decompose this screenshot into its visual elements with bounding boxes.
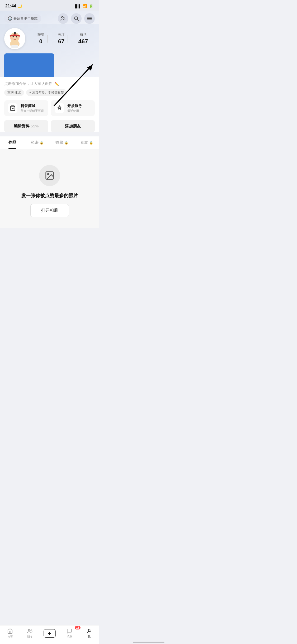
open-album-label: 打开相册	[41, 208, 58, 213]
avatar-image	[6, 29, 24, 48]
shop-service-name: 抖音商城	[21, 104, 44, 108]
stat-likes[interactable]: 获赞 0	[37, 32, 44, 45]
likes-lock-icon: 🔒	[89, 141, 93, 145]
avatar[interactable]	[4, 28, 25, 49]
svg-marker-19	[87, 65, 92, 71]
menu-button[interactable]	[84, 13, 95, 24]
signal-icon: ▐▌▌	[74, 4, 81, 8]
header: ⚓ 开启青少年模式	[0, 11, 99, 24]
edit-profile-button[interactable]: 编辑资料 55%	[4, 120, 48, 132]
edit-icon[interactable]: ✏️	[54, 82, 59, 86]
add-friend-label: 添加朋友	[65, 124, 81, 128]
service-row: 抖音商城 美好生活触手可得 开放服务 最近使用	[4, 100, 95, 116]
youth-icon: ⚓	[8, 16, 12, 21]
stat-following-value: 67	[58, 38, 65, 45]
shop-service-info: 抖音商城 美好生活触手可得	[21, 104, 44, 113]
shop-service-desc: 美好生活触手可得	[21, 109, 44, 113]
stat-following[interactable]: 关注 67	[58, 32, 65, 45]
edit-percent: 55%	[31, 124, 39, 128]
bio-row[interactable]: 点击添加介绍，让大家认识你 ✏️	[4, 81, 95, 86]
svg-point-0	[62, 16, 63, 18]
stat-fans-label: 粉丝	[78, 32, 88, 37]
search-button[interactable]	[71, 13, 82, 24]
profile-content: 点击添加介绍，让大家认识你 ✏️ 重庆·江北 + 添加年龄、学校等标签 抖音商城…	[0, 77, 99, 132]
status-time: 21:44	[5, 4, 16, 8]
svg-point-11	[11, 38, 13, 39]
stat-likes-value: 0	[37, 38, 44, 45]
empty-icon-circle	[39, 165, 60, 186]
open-service-name: 开放服务	[67, 104, 82, 108]
tab-likes[interactable]: 喜欢 🔒	[74, 136, 99, 149]
tags-row: 重庆·江北 + 添加年龄、学校等标签	[4, 89, 95, 96]
tab-private-label: 私密	[31, 140, 39, 145]
svg-point-1	[64, 17, 65, 18]
tab-likes-label: 喜欢	[80, 140, 88, 145]
tab-works-label: 作品	[8, 140, 16, 145]
youth-mode-label: 开启青少年模式	[13, 16, 37, 21]
stat-following-label: 关注	[58, 32, 65, 37]
friends-button[interactable]	[58, 13, 68, 24]
profile-info-row: 获赞 0 关注 67 粉丝 467	[4, 28, 95, 53]
battery-icon: 🔋	[89, 4, 94, 8]
status-icons: ▐▌▌ 📶 🔋	[74, 4, 94, 8]
svg-point-12	[17, 38, 19, 39]
shop-icon	[8, 103, 17, 113]
profile-background: 获赞 0 关注 67 粉丝 467	[0, 24, 99, 77]
open-service-desc: 最近使用	[67, 109, 82, 113]
open-service-card[interactable]: 开放服务 最近使用	[51, 100, 95, 116]
svg-rect-14	[14, 32, 15, 34]
stat-likes-label: 获赞	[37, 32, 44, 37]
bio-text: 点击添加介绍，让大家认识你	[4, 81, 52, 86]
youth-mode-button[interactable]: ⚓ 开启青少年模式	[4, 14, 41, 23]
header-icons	[58, 13, 95, 24]
open-service-icon	[55, 103, 64, 113]
tab-favorites-label: 收藏	[55, 140, 63, 145]
add-friend-button[interactable]: 添加朋友	[51, 120, 95, 132]
wifi-icon: 📶	[82, 4, 87, 8]
image-icon	[45, 171, 55, 181]
stat-fans[interactable]: 粉丝 467	[78, 32, 88, 45]
location-tag[interactable]: 重庆·江北	[4, 89, 24, 96]
tab-private[interactable]: 私密 🔒	[25, 136, 50, 149]
status-bar: 21:44 🌙 ▐▌▌ 📶 🔋	[0, 0, 99, 11]
open-service-info: 开放服务 最近使用	[67, 104, 82, 113]
tab-favorites[interactable]: 收藏 🔒	[50, 136, 74, 149]
tabs-container: 作品 私密 🔒 收藏 🔒 喜欢 🔒	[0, 136, 99, 149]
private-lock-icon: 🔒	[40, 141, 44, 145]
favorites-lock-icon: 🔒	[64, 141, 68, 145]
action-row: 编辑资料 55% 添加朋友	[4, 120, 95, 132]
stats-container: 获赞 0 关注 67 粉丝 467	[31, 32, 95, 45]
svg-rect-15	[11, 45, 18, 48]
shop-service-card[interactable]: 抖音商城 美好生活触手可得	[4, 100, 48, 116]
open-album-button[interactable]: 打开相册	[30, 204, 69, 217]
tab-works[interactable]: 作品	[0, 136, 25, 149]
svg-point-24	[48, 173, 49, 175]
svg-point-2	[74, 17, 78, 20]
blue-banner	[4, 53, 54, 77]
edit-profile-label: 编辑资料	[14, 124, 30, 128]
empty-title: 发一张你被点赞最多的照片	[21, 192, 78, 199]
add-tag-button[interactable]: + 添加年龄、学校等标签	[26, 89, 67, 96]
moon-icon: 🌙	[18, 4, 22, 8]
svg-line-3	[77, 20, 79, 21]
stat-fans-value: 467	[78, 38, 88, 45]
empty-state: 发一张你被点赞最多的照片 打开相册	[0, 149, 99, 228]
